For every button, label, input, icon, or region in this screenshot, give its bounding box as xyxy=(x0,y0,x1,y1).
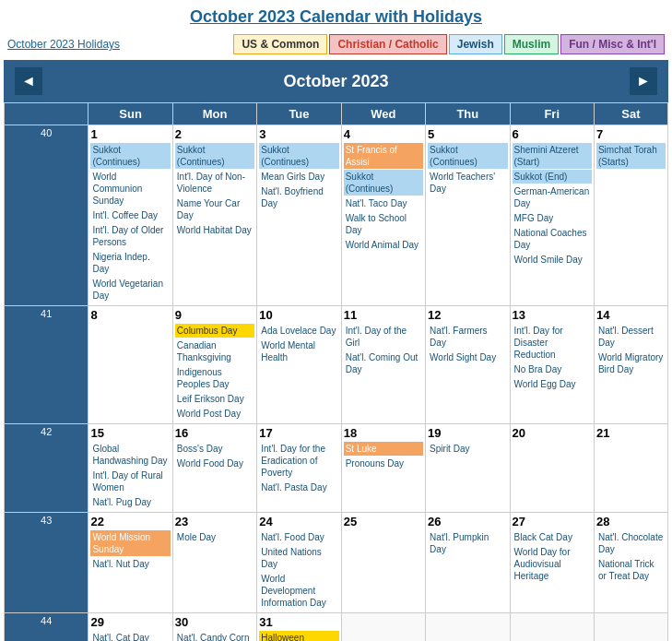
legend-us: US & Common xyxy=(233,34,327,54)
day-30: 30 Nat'l. Candy Corn Day xyxy=(172,613,256,642)
day-29: 29 Nat'l. Cat Day World Stroke Day xyxy=(88,613,172,642)
top-link[interactable]: October 2023 Holidays xyxy=(7,38,120,51)
day-6: 6 Shemini Atzeret (Start) Sukkot (End) G… xyxy=(510,125,594,306)
day-empty-4 xyxy=(594,613,667,642)
day-14: 14 Nat'l. Dessert Day World Migratory Bi… xyxy=(594,306,667,424)
page-title: October 2023 Calendar with Holidays xyxy=(0,0,672,30)
day-9: 9 Columbus Day Canadian Thanksgiving Ind… xyxy=(172,306,256,424)
week-number: 43 xyxy=(5,513,88,613)
legend-jewish: Jewish xyxy=(449,34,502,54)
week-number: 40 xyxy=(5,125,88,306)
day-empty-2 xyxy=(426,613,510,642)
next-month-button[interactable]: ► xyxy=(630,67,657,95)
day-12: 12 Nat'l. Farmers Day World Sight Day xyxy=(426,306,510,424)
day-10: 10 Ada Lovelace Day World Mental Health xyxy=(257,306,341,424)
day-3: 3 Sukkot (Continues) Mean Girls Day Nat'… xyxy=(257,125,341,306)
prev-month-button[interactable]: ◄ xyxy=(15,67,42,95)
week-number: 44 xyxy=(5,613,88,642)
day-11: 11 Int'l. Day of the Girl Nat'l. Coming … xyxy=(341,306,425,424)
table-row: 42 15 Global Handwashing Day Int'l. Day … xyxy=(5,424,668,513)
week-col-header xyxy=(5,103,88,125)
header-wed: Wed xyxy=(341,103,425,125)
week-number: 41 xyxy=(5,306,88,424)
header-sat: Sat xyxy=(594,103,667,125)
day-empty-1 xyxy=(341,613,425,642)
day-22: 22 World Mission Sunday Nat'l. Nut Day xyxy=(88,513,172,613)
day-31: 31 Halloween Reformation Day World Citie… xyxy=(257,613,341,642)
calendar-month-title: October 2023 xyxy=(283,72,388,91)
day-16: 16 Boss's Day World Food Day xyxy=(172,424,256,513)
day-7: 7 Simchat Torah (Starts) xyxy=(594,125,667,306)
header-sun: Sun xyxy=(88,103,172,125)
day-13: 13 Int'l. Day for Disaster Reduction No … xyxy=(510,306,594,424)
day-15: 15 Global Handwashing Day Int'l. Day of … xyxy=(88,424,172,513)
header-mon: Mon xyxy=(172,103,256,125)
legend-christian: Christian / Catholic xyxy=(329,34,446,54)
day-26: 26 Nat'l. Pumpkin Day xyxy=(426,513,510,613)
day-27: 27 Black Cat Day World Day for Audiovisu… xyxy=(510,513,594,613)
day-20: 20 xyxy=(510,424,594,513)
day-4: 4 St Francis of Assisi Sukkot (Continues… xyxy=(341,125,425,306)
header-tue: Tue xyxy=(257,103,341,125)
day-8: 8 xyxy=(88,306,172,424)
day-24: 24 Nat'l. Food Day United Nations Day Wo… xyxy=(257,513,341,613)
header-fri: Fri xyxy=(510,103,594,125)
day-5: 5 Sukkot (Continues) World Teachers' Day xyxy=(426,125,510,306)
day-19: 19 Spirit Day xyxy=(426,424,510,513)
day-18: 18 St Luke Pronouns Day xyxy=(341,424,425,513)
table-row: 40 1 Sukkot (Continues) World Communion … xyxy=(5,125,668,306)
day-empty-3: WinCalendar xyxy=(510,613,594,642)
day-23: 23 Mole Day xyxy=(172,513,256,613)
legend-fun: Fun / Misc & Int'l xyxy=(560,34,665,54)
day-21: 21 xyxy=(594,424,667,513)
day-2: 2 Sukkot (Continues) Int'l. Day of Non-V… xyxy=(172,125,256,306)
day-1: 1 Sukkot (Continues) World Communion Sun… xyxy=(88,125,172,306)
day-28: 28 Nat'l. Chocolate Day National Trick o… xyxy=(594,513,667,613)
legend-muslim: Muslim xyxy=(504,34,559,54)
day-17: 17 Int'l. Day for the Eradication of Pov… xyxy=(257,424,341,513)
table-row: 41 8 9 Columbus Day Canadian Thanksgivin… xyxy=(5,306,668,424)
table-row: 44 29 Nat'l. Cat Day World Stroke Day 30… xyxy=(5,613,668,642)
legend: US & Common Christian / Catholic Jewish … xyxy=(233,34,665,54)
header-thu: Thu xyxy=(426,103,510,125)
table-row: 43 22 World Mission Sunday Nat'l. Nut Da… xyxy=(5,513,668,613)
day-25: 25 xyxy=(341,513,425,613)
week-number: 42 xyxy=(5,424,88,513)
